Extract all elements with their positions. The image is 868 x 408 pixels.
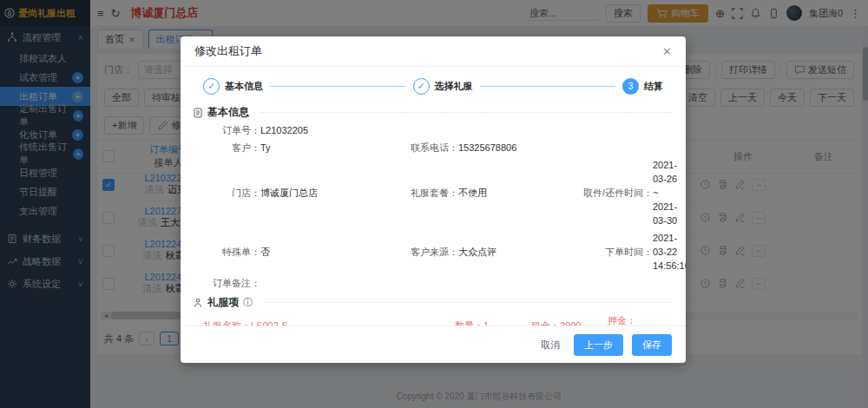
basic-row: 订单备注： xyxy=(181,274,686,292)
modal-body: 基本信息 订单号： L21032205 客户： Ty 联系电话： 1532567… xyxy=(181,100,686,326)
deposit-label: 押金： xyxy=(608,315,636,326)
step-2-done-icon: ✓ xyxy=(413,78,430,95)
close-icon[interactable]: ✕ xyxy=(662,45,672,58)
section-divider xyxy=(260,112,672,113)
basic-row: 订单号： L21032205 xyxy=(181,122,686,139)
step-3-label: 结算 xyxy=(644,80,663,93)
step-1-label: 基本信息 xyxy=(225,80,263,93)
special-label: 特殊单： xyxy=(181,245,260,259)
edit-rental-order-modal: 修改出租订单 ✕ ✓ 基本信息 ✓ 选择礼服 3 结算 基本信息 xyxy=(181,36,686,363)
section-label: 礼服项 xyxy=(207,295,239,310)
pickup-time-label: 取件/还件时间： xyxy=(556,186,653,200)
step-line xyxy=(270,86,406,87)
dress-item-row: 礼服名称：LS002-S 数量：1 租金：2000 押金：1000 xyxy=(181,312,686,326)
phone-label: 联系电话： xyxy=(382,141,458,155)
modal-footer: 取消 上一步 保存 xyxy=(181,326,686,363)
special-value: 否 xyxy=(260,245,382,259)
step-2-label: 选择礼服 xyxy=(435,80,473,93)
cancel-button[interactable]: 取消 xyxy=(536,338,565,352)
basic-row: 客户： Ty 联系电话： 15325678806 xyxy=(181,139,686,156)
section-divider xyxy=(264,302,672,303)
section-label: 基本信息 xyxy=(207,105,249,120)
customer-label: 客户： xyxy=(181,141,260,155)
remark-label: 订单备注： xyxy=(181,276,260,290)
step-1-done-icon: ✓ xyxy=(203,78,220,95)
person-icon xyxy=(193,298,203,308)
customer-value: Ty xyxy=(260,141,382,155)
info-icon[interactable]: ⓘ xyxy=(243,296,253,309)
source-value: 大众点评 xyxy=(458,245,556,259)
step-line xyxy=(480,86,616,87)
steps-indicator: ✓ 基本信息 ✓ 选择礼服 3 结算 xyxy=(181,67,686,100)
package-label: 礼服套餐： xyxy=(382,186,458,200)
dress-section-title: 礼服项 ⓘ xyxy=(181,292,686,312)
save-button[interactable]: 保存 xyxy=(632,334,672,356)
order-time-value: 2021-03-22 14:56:10 xyxy=(653,231,686,273)
source-label: 客户来源： xyxy=(382,245,458,259)
prev-step-button[interactable]: 上一步 xyxy=(574,334,623,356)
order-time-label: 下单时间： xyxy=(556,245,653,259)
store-value: 博诚厦门总店 xyxy=(260,186,382,200)
phone-value: 15325678806 xyxy=(458,141,516,155)
basic-row: 门店： 博诚厦门总店 礼服套餐： 不使用 取件/还件时间： 2021-03-26… xyxy=(181,156,686,229)
store-label: 门店： xyxy=(181,186,260,200)
basic-row: 特殊单： 否 客户来源： 大众点评 下单时间： 2021-03-22 14:56… xyxy=(181,229,686,274)
step-3-number: 3 xyxy=(622,78,639,95)
modal-header: 修改出租订单 ✕ xyxy=(181,36,686,67)
app-window: 爱尚礼服出租 流程管理 ∧ 排校试衣人 试衣管理 + 出租订单 + xyxy=(0,0,868,408)
document-icon xyxy=(193,108,203,118)
pickup-time-value: 2021-03-26 ~ 2021-03-30 xyxy=(653,158,677,227)
package-value: 不使用 xyxy=(458,186,556,200)
order-no-label: 订单号： xyxy=(181,123,260,137)
order-no-value: L21032205 xyxy=(260,123,308,137)
basic-info-section-title: 基本信息 xyxy=(181,102,686,122)
modal-title: 修改出租订单 xyxy=(194,43,262,59)
